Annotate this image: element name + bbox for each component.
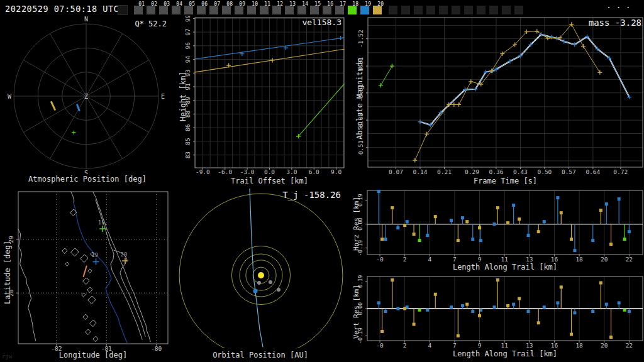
frame-thumbnail-03[interactable]: 03	[159, 6, 168, 14]
svg-text:0.14: 0.14	[413, 168, 428, 175]
frame-number: 07	[214, 1, 220, 7]
svg-text:-1.52: -1.52	[357, 30, 364, 48]
svg-text:18: 18	[98, 219, 105, 226]
frame-thumbnail-12[interactable]: 12	[272, 6, 281, 14]
frame-number: 17	[340, 1, 346, 7]
svg-text:N: N	[84, 16, 88, 23]
trail-xlabel: Trail Offset [km]	[195, 177, 344, 185]
panel-atmospheric-position: NSWEZ Q* 52.2 Atmospheric Position [deg]	[0, 16, 175, 189]
frame-number: 09	[239, 1, 245, 7]
lightcurve-xlabel: Frame Time [s]	[368, 177, 643, 185]
frame-thumbnail-01[interactable]: 01	[134, 6, 143, 14]
frame-thumbnail-11[interactable]: 11	[260, 6, 269, 14]
svg-text:-0: -0	[376, 256, 384, 263]
frame-number: 19	[365, 1, 371, 7]
frame-thumbnail-16[interactable]: 16	[323, 6, 331, 14]
frame-thumbnail-10[interactable]: 10	[247, 6, 256, 14]
svg-text:0.29: 0.29	[465, 168, 479, 175]
frame-number: 04	[176, 1, 182, 7]
velocity-value: vel158.3	[302, 18, 341, 27]
frame-number: 08	[226, 1, 233, 7]
svg-text:3.0: 3.0	[286, 168, 297, 175]
ground-map-canvas: -82-81-802928181920	[0, 189, 175, 353]
frame-thumbnail-14[interactable]: 14	[297, 6, 306, 14]
q-star-value: Q* 52.2	[135, 19, 167, 28]
svg-text:20: 20	[601, 342, 608, 349]
frame-thumbnail-07[interactable]: 07	[209, 6, 218, 14]
lightcurve-ylabel: Absolute Magnitude	[355, 58, 364, 140]
frame-slot-empty	[401, 6, 410, 14]
frame-number: 14	[302, 1, 308, 7]
svg-text:0.72: 0.72	[613, 168, 628, 175]
svg-text:11: 11	[501, 256, 508, 263]
panel-horz-residuals: -024791113161820220.190.00-0.19 Length A…	[349, 189, 644, 273]
svg-text:20: 20	[121, 251, 128, 258]
top-bar: 20220529 07:50:18 UTC 010203040506070809…	[0, 0, 644, 18]
svg-text:9: 9	[478, 256, 482, 263]
frame-number: 20	[377, 1, 384, 7]
svg-text:11: 11	[501, 342, 508, 349]
svg-text:97: 97	[184, 28, 191, 35]
svg-text:0.64: 0.64	[586, 168, 600, 175]
frame-slot-empty	[489, 6, 498, 14]
svg-text:9: 9	[478, 342, 482, 349]
svg-text:0.43: 0.43	[513, 168, 528, 175]
frame-thumbnail-18[interactable]: 18	[348, 6, 357, 14]
svg-text:13: 13	[526, 342, 533, 349]
vert-res-ylabel: Vert Res [km]	[352, 285, 360, 339]
svg-text:86: 86	[184, 124, 191, 131]
panel-orbital-position: T_j -158.26 Orbital Position [AU]	[176, 189, 345, 362]
mass-value: mass -3.28	[589, 18, 641, 28]
frame-slot-empty	[464, 6, 473, 14]
svg-text:18: 18	[575, 342, 583, 349]
svg-text:S: S	[84, 170, 88, 174]
frame-thumbnail-04[interactable]: 04	[172, 6, 180, 14]
frame-thumbnail-current[interactable]	[118, 6, 127, 14]
orbit-plot-canvas	[176, 189, 345, 348]
svg-text:96: 96	[184, 42, 191, 50]
frame-number: 12	[277, 1, 283, 7]
svg-text:4: 4	[428, 342, 431, 349]
vert-res-xlabel: Length Along Trail [km]	[367, 349, 643, 358]
svg-text:9.0: 9.0	[331, 168, 341, 175]
map-xlabel: Longitude [deg]	[18, 351, 168, 359]
svg-text:7: 7	[453, 342, 457, 349]
frame-thumbnail-05[interactable]: 05	[184, 6, 193, 14]
frame-slot-empty	[426, 6, 435, 14]
frame-number: 16	[327, 1, 333, 7]
svg-text:E: E	[161, 93, 165, 100]
map-ylabel: Latitude [deg]	[3, 241, 12, 304]
svg-text:0.0: 0.0	[264, 168, 275, 175]
svg-text:2: 2	[403, 256, 407, 263]
frame-thumbnail-09[interactable]: 09	[235, 6, 243, 14]
svg-text:0.57: 0.57	[562, 168, 576, 175]
overflow-menu-icon[interactable]: ···	[606, 3, 635, 13]
frame-thumbnail-20[interactable]: 20	[373, 6, 382, 14]
frame-slot-empty	[514, 6, 523, 14]
frame-number: 06	[201, 1, 208, 7]
svg-text:W: W	[8, 93, 12, 100]
svg-text:0.21: 0.21	[437, 168, 452, 175]
frame-thumbnail-13[interactable]: 13	[285, 6, 294, 14]
frame-number: 13	[289, 1, 296, 7]
svg-text:83: 83	[184, 151, 191, 158]
frame-number: 18	[352, 1, 358, 7]
frame-thumbnail-strip: 0102030405060708091011121314151617181920	[134, 6, 523, 14]
frame-thumbnail-06[interactable]: 06	[197, 6, 206, 14]
svg-text:22: 22	[626, 342, 633, 349]
orbit-xlabel: Orbital Position [AU]	[176, 351, 345, 359]
frame-thumbnail-08[interactable]: 08	[222, 6, 231, 14]
svg-text:85: 85	[184, 138, 191, 145]
watermark: rjw	[2, 353, 12, 359]
horz-res-plot-canvas: -024791113161820220.190.00-0.19	[349, 189, 644, 264]
frame-slot-empty	[439, 6, 448, 14]
timestamp: 20220529 07:50:18 UTC	[5, 4, 119, 14]
svg-text:6.0: 6.0	[309, 168, 319, 175]
height-trail-plot-canvas: -9.0-6.0-3.00.03.06.09.09997969493918988…	[176, 16, 345, 178]
frame-thumbnail-19[interactable]: 19	[360, 6, 369, 14]
frame-thumbnail-17[interactable]: 17	[335, 6, 344, 14]
light-curve-plot-canvas: 0.070.140.210.290.360.430.500.570.640.72…	[349, 16, 644, 178]
frame-thumbnail-15[interactable]: 15	[310, 6, 319, 14]
horz-res-xlabel: Length Along Trail [km]	[367, 263, 643, 272]
frame-thumbnail-02[interactable]: 02	[147, 6, 155, 14]
